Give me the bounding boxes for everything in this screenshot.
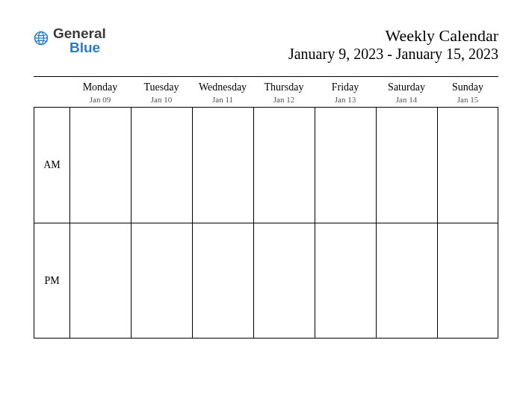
day-date: Jan 10	[131, 95, 192, 104]
period-pm: PM	[34, 223, 69, 339]
day-name: Tuesday	[131, 81, 192, 93]
day-column	[315, 107, 376, 339]
calendar-slot	[253, 223, 315, 339]
calendar-slot	[192, 107, 253, 223]
day-name: Monday	[69, 81, 131, 93]
calendar-slot	[131, 223, 192, 339]
day-date: Jan 14	[376, 95, 437, 104]
day-header: Wednesday Jan 11	[192, 81, 253, 104]
day-name: Friday	[315, 81, 376, 93]
period-am: AM	[34, 107, 69, 223]
day-header: Tuesday Jan 10	[131, 81, 192, 104]
calendar-slot	[69, 223, 131, 339]
day-date: Jan 11	[192, 95, 253, 104]
day-name: Saturday	[376, 81, 437, 93]
day-column	[69, 107, 131, 339]
calendar-slot	[376, 223, 437, 339]
day-date: Jan 12	[253, 95, 315, 104]
day-header: Saturday Jan 14	[376, 81, 437, 104]
calendar-slot	[131, 107, 192, 223]
title-block: Weekly Calendar January 9, 2023 - Januar…	[288, 26, 498, 63]
day-header: Friday Jan 13	[315, 81, 376, 104]
day-header: Sunday Jan 15	[437, 81, 498, 104]
time-labels: AM PM	[34, 107, 69, 339]
day-date: Jan 13	[315, 95, 376, 104]
day-grid	[69, 107, 498, 339]
calendar-slot	[253, 107, 315, 223]
calendar-slot	[437, 223, 498, 339]
logo-general: General	[53, 26, 106, 40]
day-header: Thursday Jan 12	[253, 81, 315, 104]
logo: General Blue	[34, 26, 106, 55]
logo-text: General Blue	[53, 26, 106, 55]
page-title: Weekly Calendar	[288, 26, 498, 46]
day-name: Sunday	[437, 81, 498, 93]
day-date: Jan 09	[69, 95, 131, 104]
date-range: January 9, 2023 - January 15, 2023	[288, 46, 498, 63]
day-column	[192, 107, 253, 339]
calendar-slot	[315, 107, 376, 223]
day-name: Wednesday	[192, 81, 253, 93]
day-headers: Monday Jan 09 Tuesday Jan 10 Wednesday J…	[34, 77, 498, 107]
day-name: Thursday	[253, 81, 315, 93]
day-date: Jan 15	[437, 95, 498, 104]
calendar-slot	[376, 107, 437, 223]
calendar-slot	[437, 107, 498, 223]
calendar-slot	[315, 223, 376, 339]
day-column	[437, 107, 498, 339]
calendar-grid: AM PM	[34, 107, 498, 339]
header: General Blue Weekly Calendar January 9, …	[34, 26, 498, 63]
calendar: Monday Jan 09 Tuesday Jan 10 Wednesday J…	[34, 76, 498, 339]
time-column-header	[34, 81, 69, 104]
day-header: Monday Jan 09	[69, 81, 131, 104]
globe-icon	[34, 31, 49, 49]
logo-blue: Blue	[53, 40, 106, 55]
day-column	[376, 107, 437, 339]
day-column	[253, 107, 315, 339]
day-column	[131, 107, 192, 339]
calendar-slot	[69, 107, 131, 223]
calendar-slot	[192, 223, 253, 339]
